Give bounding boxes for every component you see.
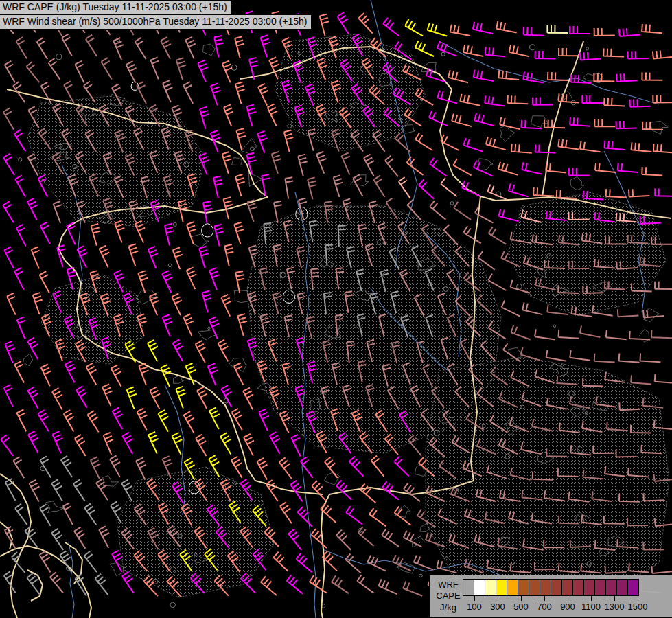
legend-tick	[568, 596, 568, 601]
legend-tick	[544, 596, 545, 601]
legend-cell	[518, 579, 529, 596]
legend-cell	[540, 579, 551, 596]
legend-colorbar	[463, 579, 639, 596]
legend-tick	[614, 596, 615, 601]
legend-tick	[638, 596, 638, 601]
legend-tick	[474, 596, 475, 601]
legend-cell	[583, 579, 595, 596]
legend-cell	[616, 579, 628, 596]
legend-cell	[561, 579, 573, 596]
legend-cell	[463, 579, 474, 596]
legend-label-units: J/kg	[435, 603, 461, 613]
map-title-cape: WRF CAPE (J/kg) Tuesday 11-11-2025 03:00…	[0, 0, 232, 15]
map-title-shear: WRF Wind shear (m/s) 500/1000hPa Tuesday…	[0, 14, 312, 30]
legend-cell	[551, 579, 562, 596]
legend-cell	[605, 579, 617, 596]
legend-cell	[474, 579, 485, 596]
legend-cell	[594, 579, 606, 596]
legend-cell	[507, 579, 518, 596]
legend-tick	[591, 596, 592, 601]
legend-label-parameter: CAPE	[435, 591, 461, 601]
cape-legend-panel: WRF CAPE J/kg 10030050070090011001300150…	[429, 575, 672, 618]
legend-tick	[521, 596, 522, 601]
legend-label-model: WRF	[435, 580, 461, 590]
legend-tick-label: 1500	[624, 602, 651, 612]
cape-stipple-region	[426, 357, 669, 604]
legend-cell	[529, 579, 540, 596]
legend-cell	[572, 579, 584, 596]
legend-cell	[496, 579, 507, 596]
legend-cell	[485, 579, 496, 596]
legend-cell	[627, 579, 639, 596]
weather-map-canvas	[0, 0, 672, 618]
legend-tick	[498, 596, 498, 601]
weather-map-viewport: WRF CAPE (J/kg) Tuesday 11-11-2025 03:00…	[0, 0, 672, 618]
